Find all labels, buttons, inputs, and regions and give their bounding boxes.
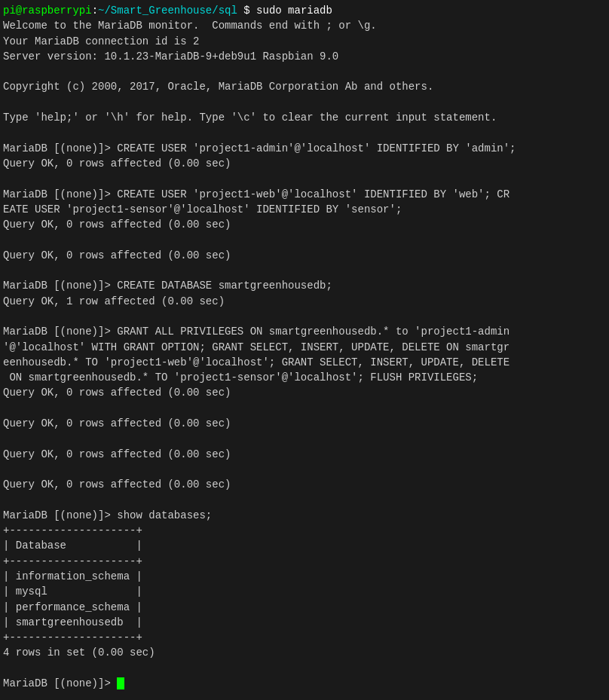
rows-in-set: 4 rows in set (0.00 sec) [3, 645, 606, 660]
query-ok-4a: Query OK, 0 rows affected (0.00 sec) [3, 385, 606, 400]
blank-6 [3, 263, 606, 278]
query-ok-3: Query OK, 1 row affected (0.00 sec) [3, 294, 606, 309]
terminal-window: pi@raspberrypi:~/Smart_Greenhouse/sql $ … [0, 0, 609, 700]
blank-5 [3, 232, 606, 247]
table-border-bottom: +--------------------+ [3, 630, 606, 645]
query-ok-4c: Query OK, 0 rows affected (0.00 sec) [3, 447, 606, 462]
prompt-dir: ~/Smart_Greenhouse/sql [98, 5, 237, 17]
blank-1 [3, 64, 606, 79]
final-prompt-line[interactable]: MariaDB [(none)]> [3, 676, 606, 691]
table-row-info-schema: | information_schema | [3, 569, 606, 584]
prompt-dollar: $ [237, 5, 256, 17]
blank-4 [3, 171, 606, 186]
welcome-line: Welcome to the MariaDB monitor. Commands… [3, 18, 606, 33]
blank-9 [3, 431, 606, 446]
query-ok-2b: Query OK, 0 rows affected (0.00 sec) [3, 248, 606, 263]
cmd-grant-2: '@'localhost' WITH GRANT OPTION; GRANT S… [3, 340, 606, 355]
table-border-header: +--------------------+ [3, 554, 606, 569]
query-ok-4b: Query OK, 0 rows affected (0.00 sec) [3, 416, 606, 431]
cmd-grant-4: ON smartgreenhousedb.* TO 'project1-sens… [3, 370, 606, 385]
help-line: Type 'help;' or '\h' for help. Type '\c'… [3, 110, 606, 125]
prompt-user: pi@raspberrypi [3, 5, 92, 17]
blank-12 [3, 661, 606, 676]
version-line: Server version: 10.1.23-MariaDB-9+deb9u1… [3, 49, 606, 64]
blank-7 [3, 309, 606, 324]
table-row-smartgreenhouse: | smartgreenhousedb | [3, 615, 606, 630]
blank-10 [3, 462, 606, 477]
cmd-show-databases: MariaDB [(none)]> show databases; [3, 508, 606, 523]
copyright-line: Copyright (c) 2000, 2017, Oracle, MariaD… [3, 79, 606, 94]
table-row-mysql: | mysql | [3, 584, 606, 599]
prompt-line: pi@raspberrypi:~/Smart_Greenhouse/sql $ … [3, 3, 606, 18]
table-header: | Database | [3, 538, 606, 553]
query-ok-2a: Query OK, 0 rows affected (0.00 sec) [3, 217, 606, 232]
cmd-create-user-admin: MariaDB [(none)]> CREATE USER 'project1-… [3, 141, 606, 156]
blank-3 [3, 125, 606, 140]
cmd-create-user-web: MariaDB [(none)]> CREATE USER 'project1-… [3, 187, 606, 202]
blank-2 [3, 95, 606, 110]
blank-8 [3, 401, 606, 416]
blank-11 [3, 493, 606, 508]
query-ok-1: Query OK, 0 rows affected (0.00 sec) [3, 156, 606, 171]
prompt-cmd: sudo mariadb [256, 5, 332, 17]
connection-line: Your MariaDB connection id is 2 [3, 34, 606, 49]
cmd-create-db: MariaDB [(none)]> CREATE DATABASE smartg… [3, 278, 606, 293]
cursor [117, 677, 124, 689]
prompt-colon: : [92, 5, 98, 17]
cmd-create-user-web-cont: EATE USER 'project1-sensor'@'localhost' … [3, 202, 606, 217]
cmd-grant-3: eenhousedb.* TO 'project1-web'@'localhos… [3, 355, 606, 370]
cmd-grant-1: MariaDB [(none)]> GRANT ALL PRIVILEGES O… [3, 324, 606, 339]
table-border-top: +--------------------+ [3, 523, 606, 538]
query-ok-4d: Query OK, 0 rows affected (0.00 sec) [3, 477, 606, 492]
table-row-perf-schema: | performance_schema | [3, 600, 606, 615]
